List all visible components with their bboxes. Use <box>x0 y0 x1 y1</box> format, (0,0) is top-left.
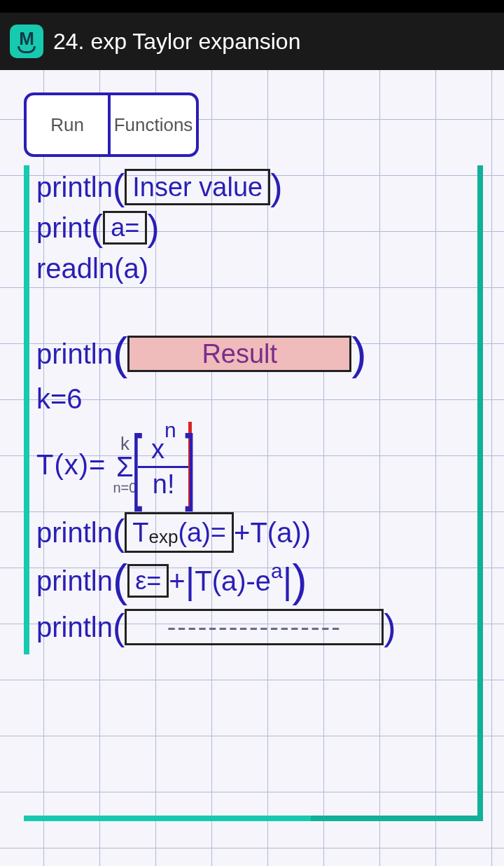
code-line[interactable]: readln(a) <box>36 248 470 289</box>
toolbar: Run Functions <box>24 92 199 157</box>
fraction[interactable]: xn n! <box>138 429 190 500</box>
code-line[interactable]: println ( ε= + | T(a)-ea | ) <box>36 555 470 607</box>
code-line[interactable]: k=6 <box>36 378 470 419</box>
app-icon: M <box>10 25 43 58</box>
summation-line[interactable]: T(x)= k Σ n=0 [ xn n! ] <box>36 419 470 510</box>
blank-line <box>36 289 470 329</box>
app-header: M 24. exp Taylor expansion <box>0 0 504 70</box>
bracket-close-icon: ] <box>185 427 195 502</box>
string-box[interactable]: ε= <box>127 564 169 598</box>
frame-right <box>477 165 483 821</box>
fn-name: println <box>36 565 113 597</box>
string-box[interactable]: ----------------- <box>125 609 384 645</box>
abs-open-icon: | <box>186 560 195 602</box>
frame-left <box>24 165 29 654</box>
fn-name: println <box>36 172 113 203</box>
abs-close-icon: | <box>283 560 293 602</box>
string-box-result[interactable]: Result <box>127 336 351 372</box>
string-box[interactable]: Texp(a)= <box>125 512 234 553</box>
code-text: readln(a) <box>36 253 148 284</box>
fraction-numerator: xn <box>151 429 176 465</box>
fn-name: println <box>36 338 113 370</box>
fn-name: print <box>36 212 91 244</box>
plus-text: + <box>169 565 185 597</box>
fn-name: println <box>36 612 113 643</box>
code-line[interactable]: print ( a= ) <box>36 207 470 248</box>
page-title: 24. exp Taylor expansion <box>53 29 300 55</box>
fraction-denominator: n! <box>153 469 175 500</box>
code-text: k=6 <box>36 383 83 415</box>
code-area[interactable]: println ( Inser value ) print ( a= ) rea… <box>36 167 470 647</box>
sum-lhs: T(x)= <box>36 449 106 481</box>
sum-upper: k <box>120 434 130 453</box>
code-line[interactable]: println ( Inser value ) <box>36 167 470 207</box>
string-box[interactable]: a= <box>103 211 147 245</box>
string-box[interactable]: Inser value <box>125 169 270 205</box>
bracket-open-icon: [ <box>132 427 143 502</box>
code-line[interactable]: println ( Result ) <box>36 329 470 378</box>
code-text: +T(a)) <box>234 517 311 549</box>
functions-button[interactable]: Functions <box>108 92 199 157</box>
run-button[interactable]: Run <box>24 92 111 157</box>
fraction-bar <box>138 466 190 468</box>
code-line[interactable]: println ( ----------------- ) <box>36 607 470 647</box>
abs-content: T(a)-ea <box>195 565 283 597</box>
code-line[interactable]: println ( Texp(a)= +T(a)) <box>36 510 470 555</box>
frame-corner <box>311 816 483 821</box>
fn-name: println <box>36 517 113 549</box>
editor-canvas[interactable]: Run Functions println ( Inser value ) pr… <box>0 70 504 866</box>
